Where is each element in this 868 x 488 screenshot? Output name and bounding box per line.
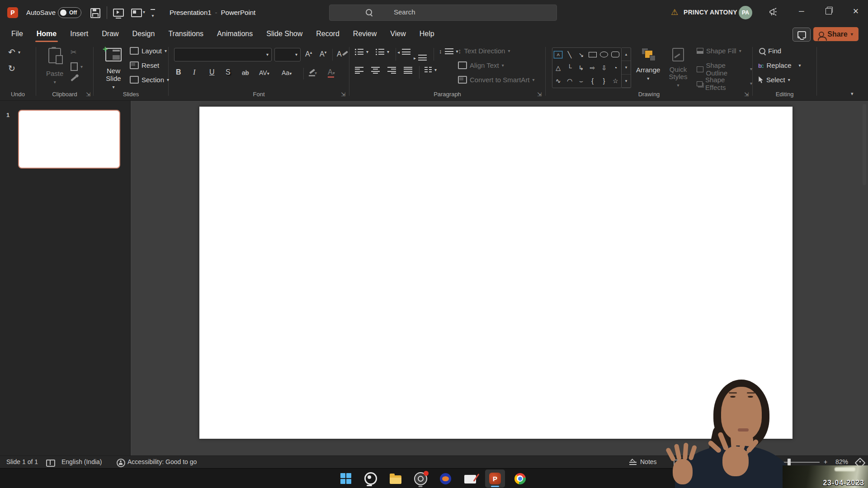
strikethrough-button[interactable]: ab <box>242 70 249 76</box>
triangle-shape[interactable]: △ <box>556 65 561 71</box>
taskbar-file-explorer[interactable] <box>386 469 406 488</box>
section-button[interactable]: Section▾ <box>130 76 169 84</box>
zoom-slider-track[interactable] <box>771 462 820 463</box>
chevron-down-icon[interactable]: ▾ <box>18 50 20 55</box>
redo-button[interactable]: ↻ <box>8 63 15 74</box>
taskbar-powerpoint[interactable]: P <box>485 469 505 488</box>
tab-draw[interactable]: Draw <box>95 25 125 43</box>
accessibility-icon[interactable] <box>117 459 125 467</box>
user-name[interactable]: PRINCY ANTONY <box>684 9 737 16</box>
scrollbar[interactable] <box>863 104 866 185</box>
font-name-combobox[interactable]: ▾ <box>174 48 272 61</box>
elbow-connector-shape[interactable]: └ <box>567 65 572 71</box>
curve-shape[interactable]: ⌣ <box>579 78 583 84</box>
convert-to-smartart-button[interactable]: Convert to SmartArt▾ <box>458 76 535 84</box>
slide-canvas[interactable] <box>199 107 793 439</box>
taskbar-whiteboard-app[interactable] <box>460 469 480 488</box>
font-color-button[interactable]: A▾ <box>328 69 335 76</box>
zoom-out-button[interactable]: − <box>763 458 767 465</box>
shape-effects-button[interactable]: Shape Effects▾ <box>697 76 752 91</box>
align-text-button[interactable]: Align Text▾ <box>458 61 504 69</box>
powerpoint-logo-icon[interactable]: P <box>7 7 18 18</box>
align-right-button[interactable] <box>387 67 396 74</box>
zoom-in-button[interactable]: + <box>824 458 827 465</box>
paste-button[interactable]: Paste ▾ <box>46 48 63 84</box>
text-direction-button[interactable]: ↕Text Direction▾ <box>458 47 510 55</box>
bold-button[interactable]: B <box>176 69 181 76</box>
chevron-down-icon[interactable]: ▾ <box>366 50 368 54</box>
block-arrow-right-shape[interactable]: ⇨ <box>590 65 595 71</box>
pie-shape[interactable]: ◔ <box>613 65 617 71</box>
left-brace-shape[interactable]: { <box>591 78 594 84</box>
tab-insert[interactable]: Insert <box>63 25 95 43</box>
shape-fill-button[interactable]: Shape Fill▾ <box>697 47 741 55</box>
tab-file[interactable]: File <box>5 25 30 43</box>
highlight-color-button[interactable]: ▾ <box>309 69 317 76</box>
tab-slide-show[interactable]: Slide Show <box>259 25 309 43</box>
taskbar-obs-studio[interactable] <box>410 469 430 488</box>
character-spacing-button[interactable]: AV▾ <box>259 70 269 76</box>
switch-windows-icon[interactable] <box>131 9 142 17</box>
bullets-button[interactable]: ▾ <box>355 49 368 55</box>
arrow-shape[interactable]: ↘ <box>578 52 584 58</box>
justify-button[interactable] <box>404 67 412 74</box>
chevron-down-icon[interactable]: ▾ <box>387 50 389 54</box>
rounded-rectangle-shape[interactable] <box>611 52 619 57</box>
tab-review[interactable]: Review <box>346 25 383 43</box>
block-arrow-down-shape[interactable]: ⇩ <box>601 65 607 71</box>
oval-shape[interactable] <box>600 52 608 57</box>
line-shape[interactable]: ╲ <box>568 52 571 58</box>
columns-button[interactable]: ▾ <box>425 67 437 73</box>
chevron-down-icon[interactable]: ▾ <box>799 63 801 68</box>
dialog-launcher-icon[interactable]: ⇲ <box>341 91 345 98</box>
restore-button[interactable] <box>818 0 839 23</box>
dialog-launcher-icon[interactable]: ⇲ <box>744 91 749 98</box>
right-brace-shape[interactable]: } <box>603 78 605 84</box>
save-icon[interactable] <box>90 8 100 18</box>
start-slideshow-icon[interactable] <box>113 9 124 17</box>
spell-check-icon[interactable] <box>46 460 55 467</box>
minimize-button[interactable]: ─ <box>791 0 812 23</box>
notes-icon[interactable] <box>629 460 637 465</box>
tab-design[interactable]: Design <box>126 25 162 43</box>
quick-styles-button[interactable]: Quick Styles ▾ <box>665 48 691 88</box>
zoom-slider-thumb[interactable] <box>788 459 791 465</box>
font-size-combobox[interactable]: ▾ <box>274 48 301 61</box>
chevron-down-icon[interactable]: ▾ <box>112 85 114 89</box>
italic-button[interactable]: I <box>193 69 195 76</box>
format-painter-button[interactable] <box>71 78 77 80</box>
reset-button[interactable]: Reset <box>130 61 159 69</box>
more-shapes-icon[interactable]: ▾ <box>622 75 631 88</box>
tab-transitions[interactable]: Transitions <box>161 25 210 43</box>
copy-button[interactable]: ▾ <box>71 62 83 71</box>
start-button[interactable] <box>336 469 356 488</box>
chevron-down-icon[interactable]: ▾ <box>54 80 56 84</box>
close-button[interactable]: × <box>845 0 866 23</box>
autosave-toggle[interactable]: Off <box>58 7 81 18</box>
numbering-button[interactable]: ▾ <box>376 49 389 55</box>
language-indicator[interactable]: IN <box>742 474 748 481</box>
scroll-down-icon[interactable]: ▾ <box>622 61 631 74</box>
zoom-level[interactable]: 82% <box>835 458 848 465</box>
star-shape[interactable]: ☆ <box>613 78 618 84</box>
text-shadow-button[interactable]: S <box>226 69 231 76</box>
dialog-launcher-icon[interactable]: ⇲ <box>86 91 90 98</box>
scribble-shape[interactable]: ∿ <box>556 78 561 84</box>
chevron-down-icon[interactable]: ▾ <box>143 10 145 14</box>
undo-button[interactable]: ↶▾ <box>8 47 20 57</box>
replace-button[interactable]: bcReplace▾ <box>758 61 801 69</box>
align-center-button[interactable] <box>371 67 380 74</box>
text-box-shape[interactable]: A <box>554 51 562 58</box>
taskbar-media-app[interactable] <box>435 469 455 488</box>
dialog-launcher-icon[interactable]: ⇲ <box>537 91 542 98</box>
customize-quick-access-toolbar[interactable]: ▾ <box>150 9 156 19</box>
tab-animations[interactable]: Animations <box>210 25 259 43</box>
collapse-ribbon-icon[interactable]: ▾ <box>851 91 854 97</box>
normal-view-icon[interactable] <box>674 460 682 466</box>
taskbar-chrome[interactable] <box>510 469 530 488</box>
underline-button[interactable]: U <box>209 69 215 76</box>
arc-shape[interactable]: ◠ <box>567 78 572 84</box>
feedback-icon[interactable] <box>769 7 778 19</box>
language-status[interactable]: English (India) <box>61 458 102 465</box>
increase-font-size-button[interactable]: A▴ <box>305 51 312 58</box>
